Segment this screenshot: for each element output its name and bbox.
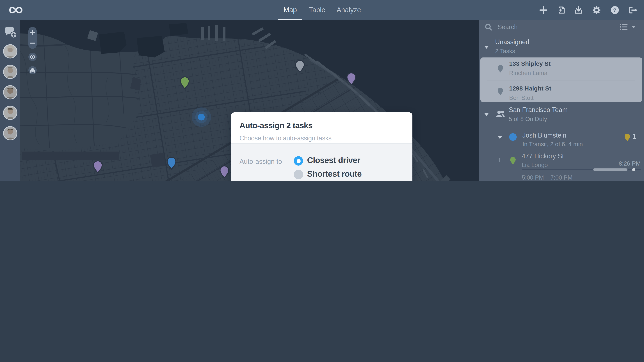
svg-text:?: ?: [613, 7, 616, 13]
